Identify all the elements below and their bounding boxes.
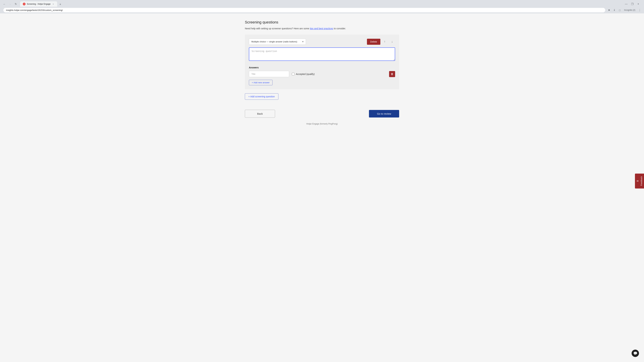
tab-favicon: H <box>23 3 26 5</box>
tab-title: Screening - Hotjar Engage <box>27 3 50 5</box>
move-up-button[interactable]: ↑ <box>382 39 388 45</box>
delete-question-button[interactable]: Delete <box>367 39 380 45</box>
help-text-before: Need help with setting up screener quest… <box>245 27 310 30</box>
action-row: Back Go to review <box>245 110 399 118</box>
question-card: Multiple choice — single answer (radio b… <box>245 34 399 89</box>
question-type-select[interactable]: Multiple choice — single answer (radio b… <box>249 38 306 45</box>
answers-section: Answers Accepted (qualify) 🗑 + Add new a… <box>249 66 395 85</box>
question-type-select-wrapper: Multiple choice — single answer (radio b… <box>249 38 306 45</box>
help-text: Need help with setting up screener quest… <box>245 27 399 30</box>
chat-bubble[interactable]: 💬 <box>632 350 639 357</box>
active-tab[interactable]: H Screening - Hotjar Engage × <box>20 1 57 7</box>
help-text-after: to consider. <box>334 27 346 30</box>
arrow-down-icon: ↓ <box>392 40 393 43</box>
incognito-badge[interactable]: Incognito (2) <box>623 8 636 12</box>
trash-icon: 🗑 <box>391 72 394 76</box>
back-nav-button[interactable]: ← <box>2 2 7 6</box>
answer-row: Accepted (qualify) 🗑 <box>249 71 395 77</box>
chat-icon: 💬 <box>633 351 638 355</box>
accepted-qualify-checkbox[interactable] <box>292 73 294 75</box>
move-down-button[interactable]: ↓ <box>389 39 395 45</box>
browser-title-bar: ← → ↻ H Screening - Hotjar Engage × + — … <box>0 0 644 7</box>
answers-label: Answers <box>249 66 395 69</box>
address-bar: ★ ⇓ □ Incognito (2) ⋮ <box>0 7 644 13</box>
browser-chrome: ← → ↻ H Screening - Hotjar Engage × + — … <box>0 0 644 13</box>
tab-close-button[interactable]: × <box>52 3 54 5</box>
header-actions: Delete ↑ ↓ <box>367 39 395 45</box>
new-tab-button[interactable]: + <box>58 2 62 7</box>
tabs-bar: H Screening - Hotjar Engage × + <box>20 1 62 7</box>
feedback-sidebar[interactable]: Feedback ✉ <box>635 174 644 189</box>
close-window-button[interactable]: × <box>636 2 641 6</box>
restore-button[interactable]: ❐ <box>630 2 634 6</box>
url-input[interactable] <box>3 8 605 12</box>
page-footer: Hotjar Engage (formerly PingPong) <box>0 118 644 128</box>
feedback-label: Feedback <box>640 176 643 186</box>
feedback-icon: ✉ <box>636 180 639 182</box>
add-answer-button[interactable]: + Add new answer <box>249 80 272 85</box>
go-to-review-button[interactable]: Go to review <box>369 110 399 117</box>
question-textarea[interactable] <box>249 47 395 61</box>
accepted-qualify-text: Accepted (qualify) <box>296 73 314 75</box>
answer-title-input[interactable] <box>249 71 289 77</box>
add-screening-question-button[interactable]: + Add screening question <box>245 93 278 100</box>
footer-text: Hotjar Engage (formerly PingPong) <box>306 123 338 125</box>
accepted-qualify-label[interactable]: Accepted (qualify) <box>292 73 314 75</box>
layout-button[interactable]: □ <box>617 8 622 12</box>
forward-nav-button[interactable]: → <box>8 2 12 6</box>
main-container: Screening questions Need help with setti… <box>242 20 402 118</box>
menu-button[interactable]: ⋮ <box>637 8 642 12</box>
star-button[interactable]: ★ <box>606 8 611 12</box>
arrow-up-icon: ↑ <box>384 40 386 43</box>
delete-answer-button[interactable]: 🗑 <box>389 71 395 77</box>
download-button[interactable]: ⇓ <box>612 8 617 12</box>
window-controls: ← → ↻ <box>2 2 18 6</box>
minimize-button[interactable]: — <box>624 2 628 6</box>
back-button[interactable]: Back <box>245 110 275 118</box>
page-content: Screening questions Need help with setti… <box>0 13 644 362</box>
toolbar-right: ★ ⇓ □ Incognito (2) ⋮ <box>606 8 642 12</box>
question-header: Multiple choice — single answer (radio b… <box>249 38 395 45</box>
page-title: Screening questions <box>245 20 399 24</box>
help-link[interactable]: tips and best practices <box>310 27 333 30</box>
refresh-button[interactable]: ↻ <box>14 2 18 6</box>
